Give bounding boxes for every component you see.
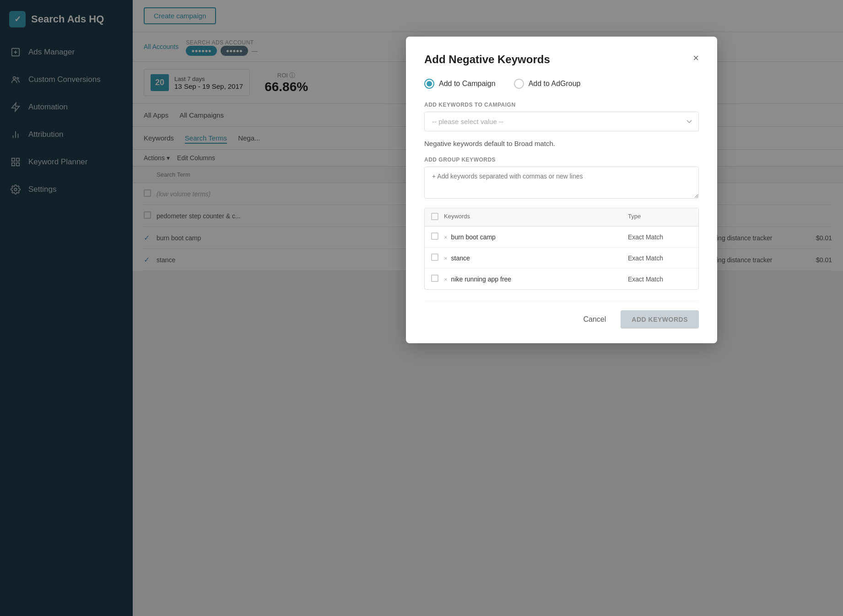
radio-campaign-circle: [424, 79, 434, 89]
add-keywords-button[interactable]: ADD KEYWORDS: [621, 310, 699, 329]
keyword-row-1: ×stance Exact Match: [425, 248, 698, 269]
modal-header: Add Negative Keywords ×: [424, 53, 699, 66]
modal-footer: Cancel ADD KEYWORDS: [424, 301, 699, 329]
radio-campaign-inner: [427, 81, 432, 86]
radio-adgroup-label: Add to AdGroup: [529, 80, 581, 88]
modal-title: Add Negative Keywords: [424, 53, 550, 66]
cancel-button[interactable]: Cancel: [576, 312, 614, 327]
add-negative-keywords-modal: Add Negative Keywords × Add to Campaign …: [406, 37, 717, 343]
radio-campaign-label: Add to Campaign: [439, 80, 496, 88]
kw-name-1: ×stance: [444, 254, 628, 262]
radio-group-target: Add to Campaign Add to AdGroup: [424, 79, 699, 89]
keywords-textarea[interactable]: [424, 167, 699, 199]
campaign-field-label: ADD KEYWORDS TO CAMPAIGN: [424, 102, 699, 108]
kw-name-0: ×burn boot camp: [444, 233, 628, 241]
radio-adgroup-option[interactable]: Add to AdGroup: [514, 79, 581, 89]
keyword-row-2: ×nike running app free Exact Match: [425, 269, 698, 289]
kw-checkbox-1[interactable]: [431, 254, 438, 261]
kw-type-1: Exact Match: [628, 254, 692, 262]
kw-checkbox-0[interactable]: [431, 232, 438, 240]
kw-checkbox-2[interactable]: [431, 275, 438, 282]
broad-match-info: Negative keywords default to Broad match…: [424, 140, 699, 147]
radio-adgroup-circle: [514, 79, 524, 89]
campaign-select[interactable]: -- please select value --: [424, 112, 699, 131]
kw-type-2: Exact Match: [628, 276, 692, 283]
kw-remove-0[interactable]: ×: [444, 234, 448, 241]
kw-remove-1[interactable]: ×: [444, 255, 448, 262]
kw-name-2: ×nike running app free: [444, 276, 628, 283]
radio-campaign-option[interactable]: Add to Campaign: [424, 79, 496, 89]
group-keywords-field-label: ADD GROUP KEYWORDS: [424, 157, 699, 163]
keywords-table: Keywords Type ×burn boot camp Exact Matc…: [424, 208, 699, 290]
keyword-row-0: ×burn boot camp Exact Match: [425, 227, 698, 248]
select-all-checkbox[interactable]: [431, 213, 438, 220]
kw-type-0: Exact Match: [628, 233, 692, 241]
kw-remove-2[interactable]: ×: [444, 276, 448, 283]
modal-close-button[interactable]: ×: [693, 53, 699, 63]
kw-col-type: Type: [628, 213, 692, 222]
keywords-table-header: Keywords Type: [425, 208, 698, 227]
kw-col-keywords: Keywords: [444, 213, 628, 222]
